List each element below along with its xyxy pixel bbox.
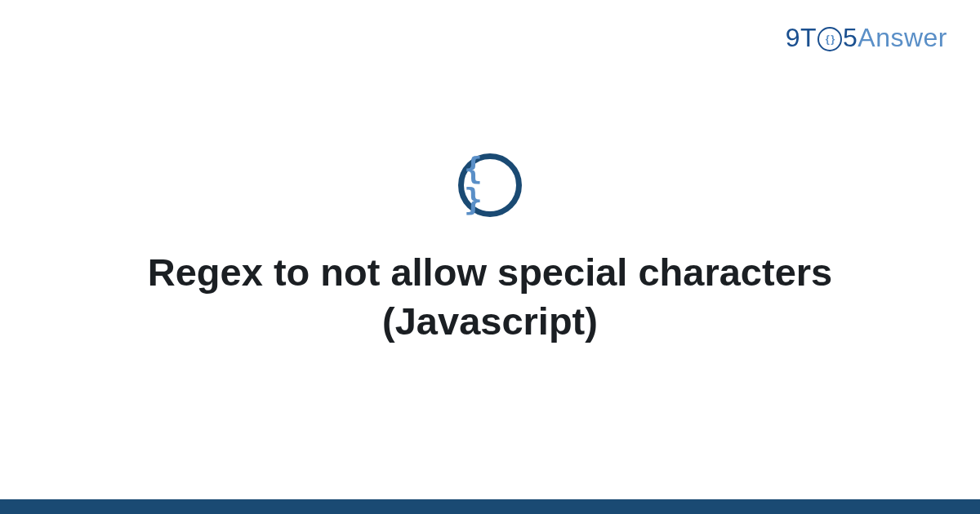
braces-icon: { } — [464, 153, 516, 215]
category-badge: { } — [458, 153, 522, 217]
footer-bar — [0, 499, 980, 514]
main-content: { } Regex to not allow special character… — [0, 0, 980, 499]
page-title: Regex to not allow special characters (J… — [122, 248, 858, 346]
